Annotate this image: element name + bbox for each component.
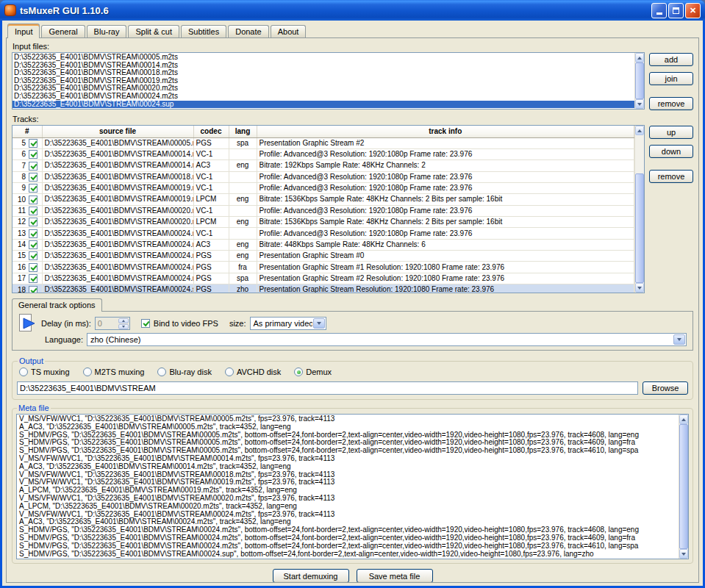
input-file-item[interactable]: D:\35223635_E4001\BDMV\STREAM\00005.m2ts — [12, 54, 634, 62]
track-info: Profile: Advanced@3 Resolution: 1920:108… — [257, 148, 634, 159]
track-row[interactable]: 17D:\35223635_E4001\BDMV\STREAM\00024.m2… — [12, 273, 634, 284]
track-enabled-checkbox[interactable] — [29, 286, 37, 293]
track-down-button[interactable]: down — [649, 145, 693, 158]
scrollbar-track[interactable] — [635, 135, 644, 283]
remove-file-button[interactable]: remove — [649, 97, 693, 110]
scroll-up-button[interactable] — [635, 53, 644, 62]
tab-blu-ray[interactable]: Blu-ray — [87, 25, 127, 37]
tracks-scrollbar[interactable] — [634, 126, 644, 293]
track-row[interactable]: 16D:\35223635_E4001\BDMV\STREAM\00024.m2… — [12, 262, 634, 273]
tab-split-cut[interactable]: Split & cut — [128, 25, 179, 37]
output-mode-demux[interactable]: Demux — [294, 368, 332, 376]
track-enabled-checkbox[interactable] — [29, 139, 37, 148]
input-file-item[interactable]: D:\35223635_E4001\BDMV\STREAM\00024.sup — [12, 101, 634, 109]
track-enabled-checkbox[interactable] — [29, 251, 37, 260]
start-demuxing-button[interactable]: Start demuxing — [273, 569, 349, 583]
remove-track-button[interactable]: remove — [649, 170, 693, 183]
join-button[interactable]: join — [649, 72, 693, 85]
track-info: Profile: Advanced@3 Resolution: 1920:108… — [257, 182, 634, 193]
input-files-scrollbar[interactable] — [634, 53, 644, 109]
track-enabled-checkbox[interactable] — [29, 229, 37, 238]
input-file-item[interactable]: D:\35223635_E4001\BDMV\STREAM\00020.m2ts — [12, 85, 634, 93]
tracks-column-header-codec[interactable]: codec — [193, 126, 229, 137]
scroll-down-button[interactable] — [635, 283, 644, 293]
tracks-column-header-source-file[interactable]: source file — [42, 126, 193, 137]
scrollbar-thumb[interactable] — [635, 173, 644, 283]
meta-text[interactable]: V_MS/VFW/WVC1, "D:\35223635_E4001\BDMV\S… — [17, 415, 679, 559]
track-info: Bitrate: 448Kbps Sample Rate: 48KHz Chan… — [257, 239, 634, 250]
scrollbar-thumb[interactable] — [679, 424, 688, 549]
track-row[interactable]: 6D:\35223635_E4001\BDMV\STREAM\00014.m2t… — [12, 148, 634, 159]
size-combo[interactable]: As primary video — [250, 317, 326, 330]
track-row[interactable]: 18D:\35223635_E4001\BDMV\STREAM\00024.su… — [12, 284, 634, 293]
input-file-item[interactable]: D:\35223635_E4001\BDMV\STREAM\00024.m2ts — [12, 93, 634, 101]
browse-button[interactable]: Browse — [643, 381, 688, 395]
tab-subtitles[interactable]: Subtitles — [181, 25, 226, 37]
scroll-up-button[interactable] — [679, 415, 688, 424]
track-enabled-checkbox[interactable] — [29, 196, 37, 204]
output-mode-avchd-disk[interactable]: AVCHD disk — [225, 368, 281, 376]
add-button[interactable]: add — [649, 53, 693, 66]
track-enabled-checkbox[interactable] — [29, 263, 37, 272]
input-file-item[interactable]: D:\35223635_E4001\BDMV\STREAM\00014.m2ts — [12, 62, 634, 70]
save-meta-file-button[interactable]: Save meta file — [357, 569, 433, 583]
bind-to-video-fps-checkbox[interactable] — [141, 319, 150, 328]
tab-general[interactable]: General — [41, 25, 85, 37]
close-button[interactable]: ✕ — [685, 3, 701, 18]
spin-up-button[interactable] — [118, 318, 129, 323]
spin-down-button[interactable] — [118, 324, 129, 329]
language-combo[interactable]: zho (Chinese) — [87, 333, 687, 346]
tab-input[interactable]: Input — [7, 24, 40, 38]
track-row[interactable]: 13D:\35223635_E4001\BDMV\STREAM\00024.m2… — [12, 228, 634, 239]
tracks-column-header-lang[interactable]: lang — [229, 126, 257, 137]
combo-dropdown-button[interactable] — [313, 318, 325, 329]
minimize-button[interactable] — [651, 3, 667, 18]
track-enabled-checkbox[interactable] — [29, 162, 37, 171]
track-row[interactable]: 15D:\35223635_E4001\BDMV\STREAM\00024.m2… — [12, 251, 634, 262]
track-enabled-checkbox[interactable] — [29, 150, 37, 159]
output-path-input[interactable] — [17, 381, 638, 395]
track-up-button[interactable]: up — [649, 126, 693, 139]
tracks-column-header-[interactable]: # — [12, 126, 42, 137]
general-track-options-tab[interactable]: General track options — [12, 298, 102, 312]
scrollbar-track[interactable] — [679, 424, 688, 549]
scrollbar-track[interactable] — [635, 62, 644, 99]
input-file-item[interactable]: D:\35223635_E4001\BDMV\STREAM\00018.m2ts — [12, 69, 634, 77]
track-number: 8 — [15, 172, 26, 182]
scrollbar-thumb[interactable] — [635, 62, 644, 99]
track-enabled-checkbox[interactable] — [29, 207, 37, 215]
output-mode-ts-muxing[interactable]: TS muxing — [19, 368, 70, 376]
track-enabled-checkbox[interactable] — [29, 274, 37, 283]
track-row[interactable]: 7D:\35223635_E4001\BDMV\STREAM\00014.m2t… — [12, 160, 634, 171]
output-mode-blu-ray-disk[interactable]: Blu-ray disk — [157, 368, 211, 376]
scroll-down-button[interactable] — [635, 99, 644, 109]
track-row[interactable]: 14D:\35223635_E4001\BDMV\STREAM\00024.m2… — [12, 239, 634, 250]
tab-donate[interactable]: Donate — [228, 25, 268, 37]
track-row[interactable]: 9D:\35223635_E4001\BDMV\STREAM\00019.m2t… — [12, 182, 634, 193]
maximize-button[interactable] — [668, 3, 684, 18]
output-mode-m2ts-muxing[interactable]: M2TS muxing — [83, 368, 145, 376]
scroll-down-button[interactable] — [679, 549, 688, 559]
scroll-up-button[interactable] — [635, 126, 644, 135]
spinner-buttons[interactable] — [118, 318, 129, 329]
track-row[interactable]: 12D:\35223635_E4001\BDMV\STREAM\00020.m2… — [12, 217, 634, 228]
track-num-cell: 11 — [12, 205, 42, 216]
tracks-column-header-track-info[interactable]: track info — [257, 126, 634, 137]
track-enabled-checkbox[interactable] — [29, 218, 37, 226]
track-row[interactable]: 10D:\35223635_E4001\BDMV\STREAM\00019.m2… — [12, 194, 634, 205]
delay-spinner[interactable]: 0 — [95, 317, 130, 330]
track-row[interactable]: 5D:\35223635_E4001\BDMV\STREAM\00005.m2t… — [12, 137, 634, 148]
input-file-item[interactable]: D:\35223635_E4001\BDMV\STREAM\00019.m2ts — [12, 77, 634, 85]
radio-icon — [83, 368, 92, 376]
track-row[interactable]: 11D:\35223635_E4001\BDMV\STREAM\00020.m2… — [12, 205, 634, 216]
track-info: Profile: Advanced@3 Resolution: 1920:108… — [257, 205, 634, 216]
track-info: Presentation Graphic Stream #0 — [257, 251, 634, 262]
combo-dropdown-button[interactable] — [673, 334, 685, 345]
track-number: 14 — [15, 240, 26, 250]
meta-scrollbar[interactable] — [679, 415, 688, 559]
track-enabled-checkbox[interactable] — [29, 173, 37, 182]
track-row[interactable]: 8D:\35223635_E4001\BDMV\STREAM\00018.m2t… — [12, 171, 634, 182]
track-enabled-checkbox[interactable] — [29, 184, 37, 193]
track-enabled-checkbox[interactable] — [29, 240, 37, 249]
tab-about[interactable]: About — [271, 25, 307, 37]
